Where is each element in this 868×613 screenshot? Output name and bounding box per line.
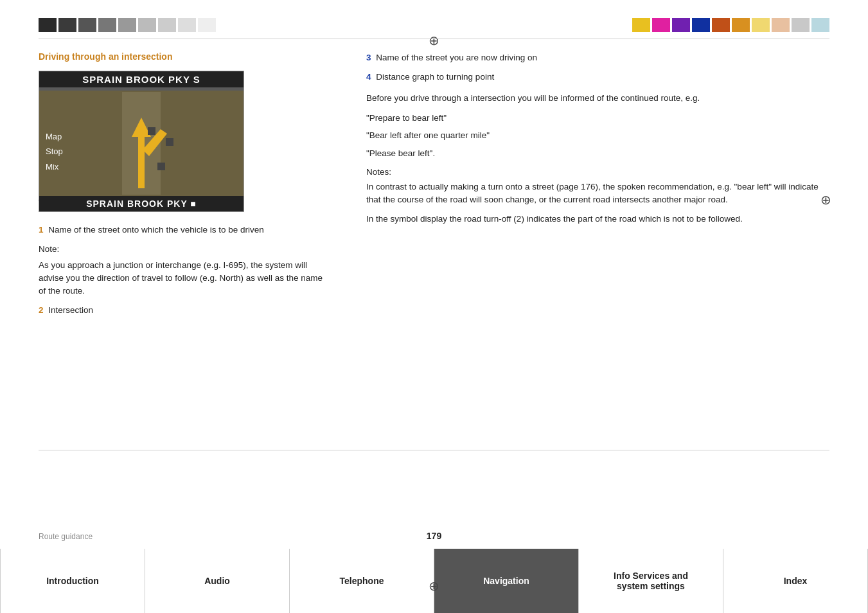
item-3-number: 3 <box>366 53 371 62</box>
section-title: Driving through an intersection <box>39 51 328 62</box>
item-2-text: Intersection <box>48 305 93 315</box>
item-4: 4 Distance graph to turning point <box>366 71 829 84</box>
nav-navigation[interactable]: Navigation <box>434 549 579 613</box>
nav-info-services[interactable]: Info Services andsystem settings <box>579 549 723 613</box>
nav-introduction-label: Introduction <box>46 576 99 586</box>
notes-label: Notes: <box>366 167 829 177</box>
bar-seg <box>732 18 750 32</box>
para-1: Before you drive through a intersection … <box>366 92 829 105</box>
right-column: 3 Name of the street you are now driving… <box>347 51 829 517</box>
nav-telephone-label: Telephone <box>340 576 384 586</box>
quote-3: "Please bear left". <box>366 147 829 161</box>
map-stop-mix-labels: Map Stop Mix <box>46 129 63 174</box>
bar-seg <box>118 18 136 32</box>
bottom-crosshair: ⊕ <box>429 578 439 594</box>
road-bottom-label: SPRAIN BROOK PKY ■ <box>39 196 244 211</box>
item-3-text: Name of the street you are now driving o… <box>376 53 537 62</box>
item-2: 2 Intersection <box>39 304 328 317</box>
quote-1: "Prepare to bear left" <box>366 111 829 125</box>
item-1: 1 Name of the street onto which the vehi… <box>39 224 328 236</box>
bar-seg <box>158 18 176 32</box>
item-4-text: Distance graph to turning point <box>376 72 494 82</box>
nav-audio[interactable]: Audio <box>145 549 290 613</box>
bar-seg <box>98 18 116 32</box>
bar-seg <box>58 18 76 32</box>
item-4-number: 4 <box>366 72 371 82</box>
item-2-number: 2 <box>39 305 44 315</box>
left-column: Driving through an intersection SPRAIN B… <box>39 51 347 517</box>
footer-page-number: 179 <box>427 531 441 541</box>
note-1: Note: As you approach a junction or inte… <box>39 243 328 298</box>
para-2: In contrast to actually making a turn on… <box>366 181 829 207</box>
bar-seg <box>692 18 710 32</box>
arrow-fork-svg <box>84 92 199 195</box>
svg-rect-5 <box>166 138 173 146</box>
bar-seg <box>652 18 670 32</box>
nav-introduction[interactable]: Introduction <box>0 549 145 613</box>
footer-section-label: Route guidance <box>39 532 93 541</box>
svg-rect-4 <box>148 127 155 135</box>
note-label-1: Note: <box>39 243 328 256</box>
nav-telephone[interactable]: Telephone <box>290 549 434 613</box>
bar-seg <box>772 18 790 32</box>
bar-seg <box>198 18 216 32</box>
svg-marker-1 <box>138 137 145 188</box>
bar-seg <box>752 18 770 32</box>
top-bar-left <box>39 18 216 32</box>
bar-seg <box>138 18 156 32</box>
nav-info-services-label: Info Services andsystem settings <box>614 571 688 591</box>
note-text-1: As you approach a junction or interchang… <box>39 259 328 298</box>
bar-seg <box>632 18 650 32</box>
top-bar-right <box>632 18 829 32</box>
top-center-crosshair: ⊕ <box>427 33 441 48</box>
bar-seg <box>78 18 96 32</box>
item-1-text: Name of the street onto which the vehicl… <box>48 225 263 235</box>
bar-seg <box>178 18 196 32</box>
nav-index-label: Index <box>784 576 808 586</box>
bar-seg <box>811 18 829 32</box>
item-3: 3 Name of the street you are now driving… <box>366 51 829 64</box>
para-3: In the symbol display the road turn-off … <box>366 213 829 226</box>
nav-audio-label: Audio <box>204 576 230 586</box>
bar-seg <box>792 18 810 32</box>
bar-seg <box>672 18 690 32</box>
main-content: Driving through an intersection SPRAIN B… <box>39 51 829 517</box>
bar-seg <box>712 18 730 32</box>
intersection-image: SPRAIN BROOK PKY S <box>39 71 244 212</box>
bar-seg <box>39 18 57 32</box>
road-top-label: SPRAIN BROOK PKY S <box>39 71 244 87</box>
quote-2: "Bear left after one quarter mile" <box>366 129 829 143</box>
svg-rect-6 <box>157 163 165 170</box>
top-rule <box>39 39 829 39</box>
nav-index[interactable]: Index <box>723 549 868 613</box>
item-1-number: 1 <box>39 225 44 235</box>
nav-navigation-label: Navigation <box>483 576 529 586</box>
